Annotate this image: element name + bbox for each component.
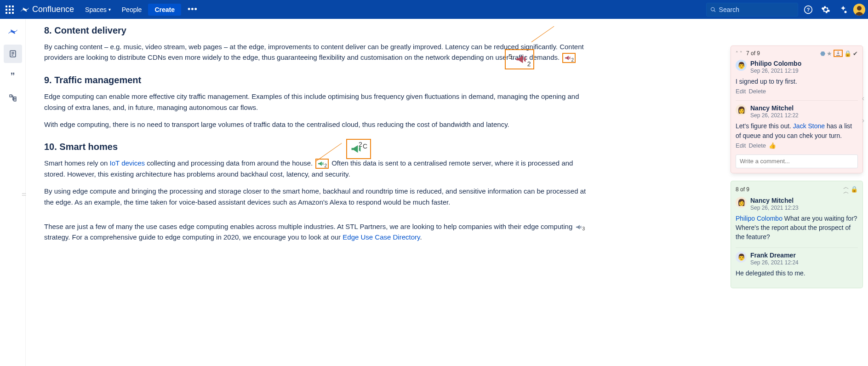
nav-more-icon[interactable]: •••	[184, 3, 201, 16]
svg-rect-8	[12, 12, 14, 14]
nav-spaces[interactable]: Spaces▾	[80, 3, 115, 16]
grid-icon	[6, 6, 14, 14]
nav-people-label: People	[122, 6, 142, 13]
svg-rect-4	[9, 9, 11, 11]
settings-icon[interactable]	[818, 2, 833, 17]
brand-label: Confluence	[32, 5, 74, 14]
search-box[interactable]	[706, 3, 798, 17]
svg-point-15	[857, 6, 862, 11]
search-icon	[710, 6, 716, 13]
svg-rect-2	[12, 6, 14, 7]
confluence-logo-icon	[20, 5, 29, 14]
svg-rect-6	[6, 12, 7, 14]
create-button[interactable]: Create	[148, 4, 181, 16]
app-switcher-icon[interactable]	[3, 3, 17, 17]
user-avatar[interactable]	[853, 4, 865, 16]
nav-people[interactable]: People	[117, 3, 147, 16]
svg-rect-7	[9, 12, 11, 14]
svg-point-9	[711, 7, 714, 11]
help-icon[interactable]: ?	[801, 2, 816, 17]
svg-rect-1	[9, 6, 11, 7]
svg-rect-3	[6, 9, 7, 11]
nav-spaces-label: Spaces	[85, 6, 107, 13]
top-nav: Confluence Spaces▾ People Create ••• ?	[0, 0, 868, 19]
chevron-down-icon: ▾	[108, 7, 111, 12]
svg-line-10	[714, 10, 715, 11]
svg-point-13	[845, 11, 847, 13]
notifications-icon[interactable]	[836, 2, 851, 17]
svg-rect-5	[12, 9, 14, 11]
svg-text:?: ?	[807, 7, 810, 12]
search-input[interactable]	[719, 6, 794, 13]
svg-rect-0	[6, 6, 7, 7]
nav-menu: Spaces▾ People Create •••	[80, 3, 201, 16]
brand[interactable]: Confluence	[17, 5, 78, 14]
